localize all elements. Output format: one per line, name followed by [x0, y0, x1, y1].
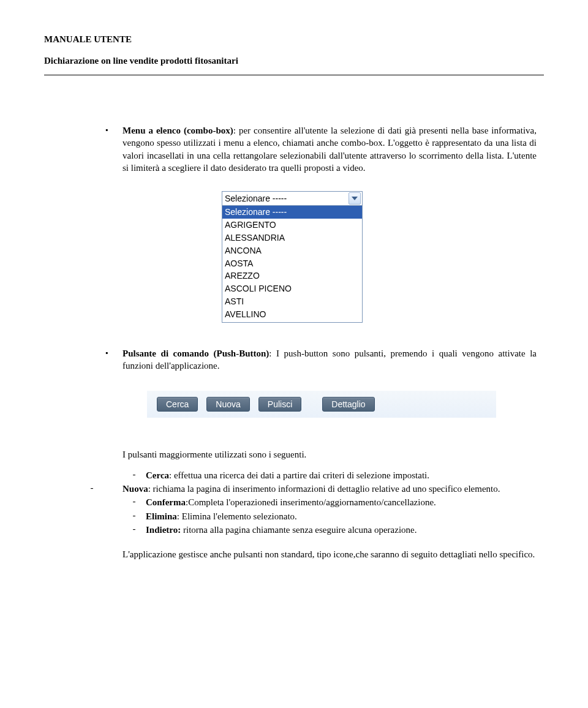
combo-list[interactable]: Selezionare ----- AGRIGENTO ALESSANDRIA … [222, 206, 362, 322]
def-indietro-text: Indietro: ritorna alla pagina chiamante … [146, 524, 537, 536]
para-push-desc: Pulsante di comando (Push-Button): I pus… [123, 347, 537, 372]
combo-option[interactable]: AVELLINO [222, 308, 362, 321]
doc-title: MANUALE UTENTE [44, 34, 544, 45]
def-elimina-text: Elimina: Elimina l'elemento selezionato. [146, 510, 537, 522]
def-cerca-text: Cerca: effettua una ricerca dei dati a p… [146, 469, 537, 481]
dash-icon: - [61, 483, 123, 496]
content: ▪ Menu a elenco (combo-box): per consent… [44, 124, 544, 560]
chevron-down-icon[interactable] [349, 192, 361, 205]
button-bar-figure: Cerca Nuova Pulisci Dettaglio [147, 391, 496, 418]
bullet-icon: ▪ [105, 124, 123, 180]
dash-icon: - [123, 496, 146, 510]
def-nuova: - Nuova: richiama la pagina di inserimen… [61, 483, 537, 496]
def-nuova-text: Nuova: richiama la pagina di inserimento… [123, 483, 537, 495]
combo-option[interactable]: ASTI [222, 295, 362, 308]
def-indietro: - Indietro: ritorna alla pagina chiamant… [123, 524, 537, 537]
combo-option[interactable]: AGRIGENTO [222, 219, 362, 232]
pulisci-button[interactable]: Pulisci [258, 397, 301, 412]
bullet-combo-box: ▪ Menu a elenco (combo-box): per consent… [105, 124, 537, 180]
def-elimina: - Elimina: Elimina l'elemento selezionat… [123, 510, 537, 524]
combo-option[interactable]: ALESSANDRIA [222, 232, 362, 244]
combo-selected-row[interactable]: Selezionare ----- [222, 192, 362, 206]
button-definitions: - Cerca: effettua una ricerca dei dati a… [123, 469, 537, 537]
lead-combo: Menu a elenco (combo-box) [123, 126, 233, 135]
def-conferma: - Conferma:Completa l'operazionedi inser… [123, 496, 537, 510]
def-conferma-text: Conferma:Completa l'operazionedi inserim… [146, 496, 537, 508]
lead-push: Pulsante di comando (Push-Button) [123, 348, 269, 358]
combo-box[interactable]: Selezionare ----- Selezionare ----- AGRI… [222, 191, 363, 323]
para-post-strip: I pulsanti maggiormente utilizzati sono … [123, 448, 537, 461]
header-rule [44, 75, 544, 75]
dash-icon: - [123, 524, 146, 537]
dash-icon: - [123, 469, 146, 483]
doc-subtitle: Dichiarazione on line vendite prodotti f… [44, 56, 544, 66]
combo-option[interactable]: AOSTA [222, 257, 362, 270]
bullet-push-button: ▪ Pulsante di comando (Push-Button): I p… [105, 347, 537, 378]
combo-option[interactable]: BARI [222, 321, 362, 322]
combo-option[interactable]: Selezionare ----- [222, 206, 362, 219]
nuova-button[interactable]: Nuova [206, 397, 249, 412]
dash-icon: - [123, 510, 146, 524]
bullet-icon: ▪ [105, 347, 123, 378]
combo-figure: Selezionare ----- Selezionare ----- AGRI… [222, 191, 537, 323]
combo-option[interactable]: ANCONA [222, 244, 362, 257]
def-cerca: - Cerca: effettua una ricerca dei dati a… [123, 469, 537, 483]
closing-paragraph: L'applicazione gestisce anche pulsanti n… [123, 548, 537, 560]
combo-option[interactable]: AREZZO [222, 269, 362, 282]
combo-option[interactable]: ASCOLI PICENO [222, 282, 362, 295]
dettaglio-button[interactable]: Dettaglio [322, 397, 374, 412]
combo-selected-text: Selezionare ----- [225, 194, 287, 203]
para-combo-desc: Menu a elenco (combo-box): per consentir… [123, 124, 537, 174]
cerca-button[interactable]: Cerca [157, 397, 198, 412]
button-bar: Cerca Nuova Pulisci Dettaglio [147, 391, 496, 418]
